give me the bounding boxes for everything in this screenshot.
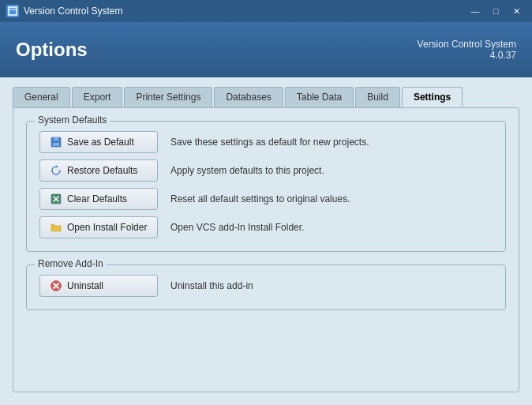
- uninstall-icon: [50, 279, 62, 292]
- tab-databases[interactable]: Databases: [214, 87, 283, 107]
- maximize-button[interactable]: □: [486, 4, 505, 18]
- app-icon: [6, 5, 19, 17]
- titlebar: Version Control System — □ ✕: [0, 0, 532, 22]
- clear-defaults-button[interactable]: Clear Defaults: [39, 188, 158, 210]
- tab-content-settings: System Defaults Save as Default Save the…: [13, 107, 519, 392]
- app-version: Version Control System 4.0.37: [418, 39, 516, 61]
- open-install-folder-label: Open Install Folder: [67, 222, 147, 233]
- restore-defaults-label: Restore Defaults: [67, 165, 137, 176]
- titlebar-left: Version Control System: [6, 5, 122, 17]
- svg-rect-3: [54, 137, 58, 141]
- uninstall-label: Uninstall: [67, 280, 103, 291]
- tab-bar: General Export Printer Settings Database…: [13, 87, 519, 107]
- titlebar-title: Version Control System: [24, 6, 122, 17]
- remove-addin-legend: Remove Add-In: [35, 258, 107, 269]
- open-install-folder-button[interactable]: Open Install Folder: [39, 216, 158, 238]
- tab-general[interactable]: General: [13, 87, 70, 107]
- restore-defaults-row: Restore Defaults Apply system defaults t…: [39, 159, 493, 182]
- uninstall-desc: Uninstall this add-in: [170, 280, 253, 291]
- minimize-button[interactable]: —: [466, 4, 485, 18]
- tab-build[interactable]: Build: [355, 87, 400, 107]
- uninstall-row: Uninstall Uninstall this add-in: [39, 275, 493, 297]
- system-defaults-legend: System Defaults: [35, 114, 110, 126]
- save-default-desc: Save these settings as default for new p…: [170, 137, 369, 148]
- svg-rect-0: [9, 7, 17, 15]
- tab-printer-settings[interactable]: Printer Settings: [124, 87, 212, 107]
- restore-icon: [50, 164, 62, 177]
- clear-icon: [50, 193, 62, 205]
- svg-rect-4: [53, 143, 59, 146]
- remove-addin-group: Remove Add-In Uninstall Uninstall this a…: [26, 264, 506, 310]
- open-install-folder-row: Open Install Folder Open VCS add-In Inst…: [39, 216, 493, 238]
- restore-defaults-button[interactable]: Restore Defaults: [39, 159, 158, 182]
- tab-settings[interactable]: Settings: [402, 87, 463, 107]
- clear-defaults-label: Clear Defaults: [67, 193, 127, 204]
- tab-table-data[interactable]: Table Data: [285, 87, 354, 107]
- main-content: General Export Printer Settings Database…: [0, 77, 532, 405]
- uninstall-button[interactable]: Uninstall: [39, 275, 158, 297]
- open-install-folder-desc: Open VCS add-In Install Folder.: [170, 222, 304, 233]
- tab-export[interactable]: Export: [72, 87, 123, 107]
- clear-defaults-desc: Reset all default settings to original v…: [170, 193, 350, 204]
- save-icon: [50, 136, 62, 148]
- app-icon-svg: [8, 6, 17, 16]
- titlebar-controls: — □ ✕: [466, 4, 526, 18]
- system-defaults-group: System Defaults Save as Default Save the…: [26, 121, 506, 252]
- folder-icon: [50, 221, 62, 234]
- save-as-default-button[interactable]: Save as Default: [39, 131, 158, 153]
- restore-defaults-desc: Apply system defaults to this project.: [170, 165, 324, 176]
- clear-defaults-row: Clear Defaults Reset all default setting…: [39, 188, 493, 210]
- save-default-row: Save as Default Save these settings as d…: [39, 131, 493, 153]
- header: Options Version Control System 4.0.37: [0, 22, 532, 77]
- save-as-default-label: Save as Default: [67, 137, 134, 148]
- page-title: Options: [16, 39, 88, 61]
- svg-marker-5: [56, 165, 58, 167]
- close-button[interactable]: ✕: [507, 4, 526, 18]
